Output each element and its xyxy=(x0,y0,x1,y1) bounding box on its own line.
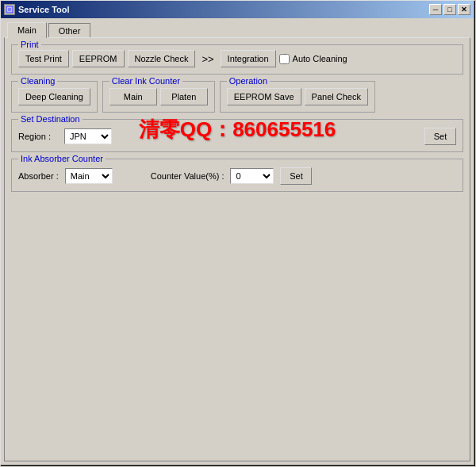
eeprom-button[interactable]: EEPROM xyxy=(72,50,125,67)
app-icon xyxy=(4,4,15,15)
region-select[interactable]: JPN USA EUR xyxy=(64,128,112,144)
tab-content-main: Print Test Print EEPROM Nozzle Check >> … xyxy=(4,37,470,461)
minimize-button[interactable]: ─ xyxy=(429,4,442,15)
deep-cleaning-button[interactable]: Deep Cleaning xyxy=(18,88,90,105)
counter-value-select[interactable]: 0 xyxy=(230,168,274,184)
title-bar: Service Tool ─ □ ✕ xyxy=(1,1,474,18)
clear-ink-label: Clear Ink Counter xyxy=(109,76,182,86)
absorber-label-text: Absorber : xyxy=(18,171,59,181)
cleaning-label: Cleaning xyxy=(18,76,57,86)
auto-cleaning-checkbox[interactable] xyxy=(279,54,290,64)
window-title: Service Tool xyxy=(18,5,70,14)
counter-value-label: Counter Value(%) : xyxy=(151,171,225,181)
test-print-button[interactable]: Test Print xyxy=(18,50,69,67)
ink-absorber-label: Ink Absorber Counter xyxy=(18,154,106,163)
operation-buttons: EEPROM Save Panel Check xyxy=(227,88,368,105)
clear-ink-section: Clear Ink Counter Main Platen xyxy=(102,81,215,113)
absorber-select[interactable]: Main Platen xyxy=(65,168,113,184)
print-section-label: Print xyxy=(18,40,41,49)
clear-ink-buttons: Main Platen xyxy=(109,88,208,105)
close-button[interactable]: ✕ xyxy=(458,4,470,15)
absorber-row: Absorber : Main Platen Counter Value(%) … xyxy=(18,167,456,185)
auto-cleaning-row: Auto Cleaning xyxy=(279,54,347,64)
clear-platen-button[interactable]: Platen xyxy=(160,88,208,105)
cleaning-buttons: Deep Cleaning xyxy=(18,88,90,105)
watermark-text: 清零QQ：860655516 xyxy=(139,116,336,144)
ink-absorber-set-button[interactable]: Set xyxy=(280,167,312,185)
print-section: Print Test Print EEPROM Nozzle Check >> … xyxy=(11,44,463,75)
tab-bar: Main Other xyxy=(4,21,470,37)
window-controls: ─ □ ✕ xyxy=(429,4,470,15)
main-window: Service Tool ─ □ ✕ Main Other Print Test… xyxy=(0,0,474,465)
nozzle-check-button[interactable]: Nozzle Check xyxy=(128,50,196,67)
panel-check-button[interactable]: Panel Check xyxy=(305,88,368,105)
auto-cleaning-label: Auto Cleaning xyxy=(293,54,347,63)
clear-main-button[interactable]: Main xyxy=(109,88,157,105)
cleaning-section: Cleaning Deep Cleaning xyxy=(11,81,98,113)
ink-absorber-section: Ink Absorber Counter Absorber : Main Pla… xyxy=(11,159,463,192)
print-buttons-row: Test Print EEPROM Nozzle Check >> Integr… xyxy=(18,50,456,67)
maximize-button[interactable]: □ xyxy=(443,4,456,15)
integration-button[interactable]: Integration xyxy=(221,50,276,67)
set-destination-label: Set Destination xyxy=(18,114,83,124)
svg-rect-1 xyxy=(8,8,11,11)
operation-label: Operation xyxy=(227,76,270,86)
arrow-indicator: >> xyxy=(198,53,217,65)
eeprom-save-button[interactable]: EEPROM Save xyxy=(227,88,301,105)
tab-other[interactable]: Other xyxy=(48,23,91,38)
operation-section: Operation EEPROM Save Panel Check xyxy=(220,81,375,113)
window-content: Main Other Print Test Print EEPROM Nozzl… xyxy=(1,18,474,465)
set-destination-button[interactable]: Set xyxy=(424,128,456,145)
tab-main[interactable]: Main xyxy=(7,22,47,38)
sub-sections-row: Cleaning Deep Cleaning Clear Ink Counter… xyxy=(11,81,463,113)
region-label: Region : xyxy=(18,132,58,141)
